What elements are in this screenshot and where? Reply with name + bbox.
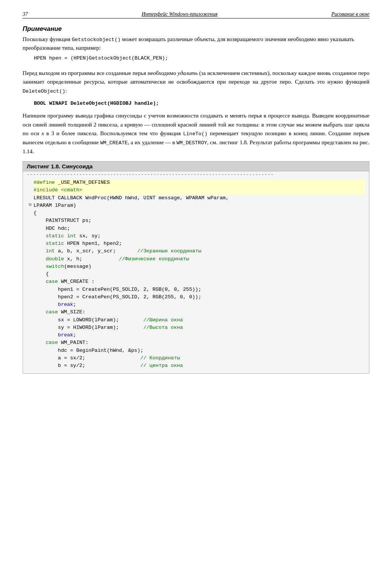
kw-include: #include (34, 187, 58, 193)
axis-x-italic: x (41, 130, 44, 136)
code-line-static-int: static int sx, sy; (27, 232, 365, 240)
kw-double: double (46, 256, 64, 262)
line-brace-content: { (34, 209, 365, 217)
kw-static1: static (46, 233, 64, 239)
line-break1-content: break; (34, 301, 365, 308)
page-number: 37 (23, 11, 28, 17)
listing-box: Листинг 1.8. Синусоида -----------------… (23, 161, 369, 374)
line-case-size-content: case WM_SIZE: (34, 308, 365, 316)
code-line-case-create: case WM_CREATE : (27, 278, 365, 286)
line-break2-content: break; (34, 331, 365, 339)
line-paintstruct-content: PAINTSTRUCT ps; (34, 217, 365, 224)
comment-screen-coords: //Экранные координаты (137, 248, 201, 254)
code-line-double: double x, h; //Физические координаты (27, 255, 365, 263)
line-include-content: #include <cmath> (34, 186, 365, 194)
header-left-title: Интерфейс Windows-приложения (142, 11, 218, 17)
code-line-b: b = sy/2; // центра окна (27, 362, 365, 370)
note-code-example: HPEN hpen = (HPEN)GetstockObject(BLACK_P… (34, 55, 369, 62)
paragraph-1: Перед выходом из программы все созданные… (23, 69, 369, 95)
code-line-a: a = sx/2; // Координаты (27, 354, 365, 362)
kw-case2: case (46, 309, 58, 315)
note-func1: Getstockobject() (72, 37, 121, 43)
line-hpen1-content: hpen1 = CreatePen(PS_SOLID, 2, RGB(0, 0,… (34, 286, 365, 293)
listing-separator: ----------------------------------------… (23, 171, 369, 177)
paragraph-2: Напишем программу вывода графика синусои… (23, 111, 369, 156)
code-bold-line: BOOL WINAPI DeleteObject(HGDIOBJ handle)… (34, 101, 159, 106)
line-static-hpen-content: static HPEN hpen1, hpen2; (34, 240, 365, 247)
delete-object-func: DeleteObject() (23, 89, 65, 94)
code-line-define: #define _USE_MATH_DEFINES (27, 179, 365, 186)
kw-case1: case (46, 279, 58, 284)
listing-title: Листинг 1.8. Синусоида (23, 162, 369, 171)
kw-int1: int (67, 233, 76, 239)
code-line-sx: sx = LOWORD(lParam); //Ширина окна (27, 316, 365, 324)
kw-break2: break (58, 332, 73, 338)
line-define-content: #define _USE_MATH_DEFINES (34, 179, 365, 186)
code-line-sy: sy = HIWORD(lParam); //Высота окна (27, 324, 365, 331)
header-right-title: Рисование в окне (331, 11, 369, 17)
line-int-vars-content: int a, b, x_scr, y_scr; //Экранные коорд… (34, 247, 365, 255)
line-case-paint-content: case WM_PAINT: (34, 339, 365, 347)
code-line-hdc: HDC hdc; (27, 225, 365, 232)
kw-break1: break (58, 302, 73, 307)
lineto-func: LineTo() (183, 131, 207, 137)
comment-coords: // Координаты (140, 355, 180, 361)
comment-center: // центра окна (140, 363, 183, 368)
line-hdc-content: HDC hdc; (34, 225, 365, 232)
kw-define: #define (34, 180, 55, 185)
line-lparam-content: LPARAM lParam) (34, 202, 365, 209)
line-double-content: double x, h; //Физические координаты (34, 255, 365, 263)
page: 37 Интерфейс Windows-приложения Рисовани… (0, 0, 392, 565)
kw-switch: switch (46, 264, 64, 269)
line-sx-content: sx = LOWORD(lParam); //Ширина окна (34, 316, 365, 324)
code-line-paintstruct: PAINTSTRUCT ps; (27, 217, 365, 224)
code-line-case-size: case WM_SIZE: (27, 308, 365, 316)
note-block: Примечание Поскольку функция Getstockobj… (23, 25, 369, 62)
wm-destroy-ref: WM_DESTROY (177, 140, 207, 146)
line-lresult-content: LRESULT CALLBACK WndProc(HWND hWnd, UINT… (34, 194, 365, 202)
code-line-switch: switch(message) (27, 263, 365, 270)
code-line-beginpaint: hdc = BeginPaint(hWnd, &ps); (27, 347, 365, 354)
code-line-brace-open: { (27, 209, 365, 217)
note-text-1: Поскольку функция (23, 36, 72, 42)
kw-case3: case (46, 340, 58, 345)
note-body: Поскольку функция Getstockobject() может… (23, 35, 369, 62)
comment-phys-coords: //Физические координаты (119, 256, 189, 262)
line-switch-content: switch(message) (34, 263, 365, 270)
line-a-content: a = sx/2; // Координаты (34, 354, 365, 362)
line-hpen2-content: hpen2 = CreatePen(PS_SOLID, 2, RGB(255, … (34, 293, 365, 301)
code-line-break2: break; (27, 331, 365, 339)
code-line-hpen1: hpen1 = CreatePen(PS_SOLID, 2, RGB(0, 0,… (27, 286, 365, 293)
listing-code-area: #define _USE_MATH_DEFINES #include <cmat… (23, 177, 369, 373)
line-sy-content: sy = HIWORD(lParam); //Высота окна (34, 324, 365, 331)
italic-delete: удалить (178, 70, 198, 76)
kw-static2: static (46, 241, 64, 246)
code-line-include: #include <cmath> (27, 186, 365, 194)
code-line-switch-brace: { (27, 270, 365, 278)
kw-int2: int (46, 248, 55, 254)
wm-create-ref: WM_CREATE (100, 140, 128, 146)
code-line-hpen2: hpen2 = CreatePen(PS_SOLID, 2, RGB(255, … (27, 293, 365, 301)
note-title: Примечание (23, 25, 369, 33)
line-switch-brace-content: { (34, 270, 365, 278)
line-marker-4: ⊟ (27, 202, 34, 207)
code-line-break1: break; (27, 301, 365, 308)
page-header: 37 Интерфейс Windows-приложения Рисовани… (23, 11, 369, 18)
code-line-int-vars: int a, b, x_scr, y_scr; //Экранные коорд… (27, 247, 365, 255)
code-delete-object: BOOL WINAPI DeleteObject(HGDIOBJ handle)… (34, 101, 369, 106)
code-line-lparam: ⊟ LPARAM lParam) (27, 202, 365, 209)
comment-width: //Ширина окна (143, 317, 183, 323)
line-b-content: b = sy/2; // центра окна (34, 362, 365, 370)
code-line-lresult: LRESULT CALLBACK WndProc(HWND hWnd, UINT… (27, 194, 365, 202)
code-line-static-hpen: static HPEN hpen1, hpen2; (27, 240, 365, 247)
line-static-int-content: static int sx, sy; (34, 232, 365, 240)
kw-include-cmath: <cmath> (61, 187, 82, 193)
line-beginpaint-content: hdc = BeginPaint(hWnd, &ps); (34, 347, 365, 354)
line-case-create-content: case WM_CREATE : (34, 278, 365, 286)
comment-height: //Высота окна (143, 325, 183, 330)
code-line-case-paint: case WM_PAINT: (27, 339, 365, 347)
